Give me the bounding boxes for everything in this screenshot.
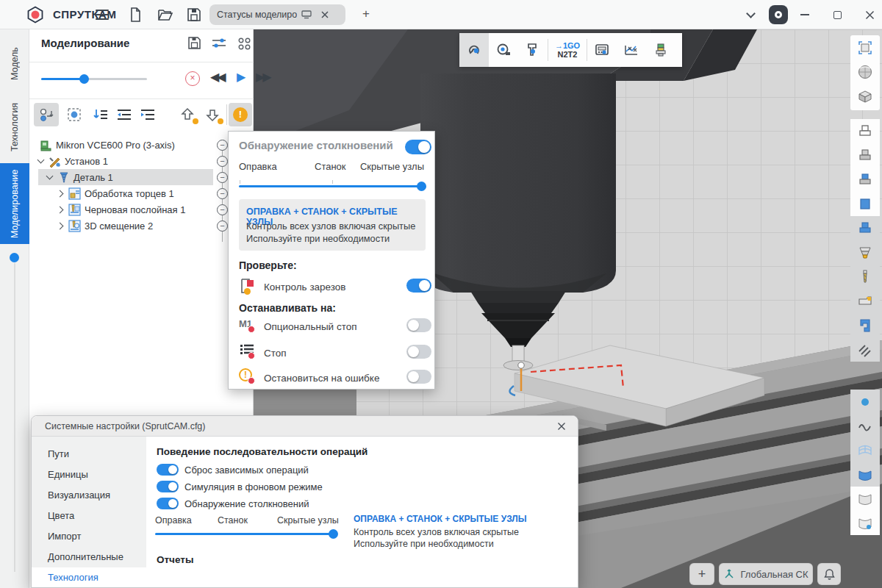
prev-warning-button[interactable] (175, 103, 200, 126)
hatch-display-button[interactable] (850, 337, 880, 362)
point-display-button[interactable] (850, 390, 880, 414)
optional-stop-toggle[interactable] (406, 318, 431, 332)
add-csys-button[interactable]: + (689, 563, 714, 585)
window-maximize-button[interactable] (828, 6, 847, 24)
part-solid-blue-button[interactable] (850, 192, 880, 216)
rail-tab-technology[interactable]: Технология (0, 93, 29, 162)
dialog-titlebar[interactable]: Системные настройки (SprutCAM.cfg) (32, 416, 578, 437)
rail-tab-simulation[interactable]: Моделирование (0, 163, 29, 244)
tree-row-op-rough[interactable]: Черновая послойная 1 (29, 201, 224, 218)
fixture-display-button[interactable] (850, 313, 880, 337)
dialog-close-icon[interactable] (557, 422, 566, 431)
workpiece-box-button[interactable] (850, 84, 880, 108)
stock-solid-button[interactable] (850, 143, 880, 168)
tool-display-button[interactable] (850, 265, 880, 289)
next-warning-button[interactable] (200, 103, 225, 126)
dlg-collision-slider[interactable] (155, 533, 337, 535)
expander-closed-icon[interactable] (57, 190, 64, 197)
nav-colors[interactable]: Цвета (32, 506, 146, 526)
holder-display-button[interactable] (850, 240, 880, 265)
surface-shaded-button[interactable] (850, 487, 880, 511)
step-back-button[interactable]: ◀◀ (210, 70, 224, 84)
nav-technology[interactable]: Технология (32, 567, 146, 588)
shaded-sphere-button[interactable] (850, 60, 880, 84)
window-menu-chevron[interactable] (741, 6, 760, 24)
machining-result-button[interactable] (850, 289, 880, 313)
collapse-list-button[interactable] (112, 103, 137, 126)
block-mode-button[interactable] (850, 216, 880, 240)
collision-slider-knob[interactable] (417, 182, 426, 191)
nav-units[interactable]: Единицы (32, 465, 146, 485)
simulation-progress-track[interactable] (14, 263, 15, 572)
collision-detection-toggle[interactable] (405, 140, 431, 154)
dots-grid-icon[interactable] (235, 35, 253, 51)
window-close-button[interactable] (860, 6, 879, 24)
rail-tab-model[interactable]: Модель (0, 38, 29, 90)
save-state-icon[interactable] (187, 35, 203, 51)
play-button[interactable]: ▶ (237, 70, 245, 84)
stop-on-error-toggle[interactable] (406, 370, 431, 384)
tree-row-op-offset[interactable]: 3D смещение 2 (29, 218, 224, 234)
mute-toggle[interactable]: − (217, 172, 228, 183)
fit-view-button[interactable] (850, 35, 880, 60)
expander-open-icon[interactable] (46, 173, 54, 180)
nav-additional[interactable]: Дополнительные (32, 547, 146, 567)
mesh-surface-button[interactable] (850, 438, 880, 462)
stop-simulation-button[interactable]: × (185, 71, 200, 86)
stock-outline-button[interactable] (850, 119, 880, 143)
surface-blue-button[interactable] (850, 462, 880, 487)
mute-toggle[interactable]: − (217, 220, 228, 232)
tab-close-icon[interactable] (320, 10, 329, 19)
open-file-button[interactable] (156, 6, 173, 24)
speed-slider-knob[interactable] (79, 74, 89, 84)
stop-toggle[interactable] (406, 345, 431, 359)
nav-paths[interactable]: Пути (32, 444, 146, 465)
expander-open-icon[interactable] (37, 157, 45, 164)
dlg-collision-slider-knob[interactable] (329, 529, 338, 539)
expand-list-button[interactable] (135, 103, 160, 126)
tool-stack-button[interactable] (646, 33, 675, 67)
curve-display-button[interactable] (850, 414, 880, 438)
gouge-toggle[interactable] (406, 279, 431, 293)
stock-part-blue-button[interactable] (850, 168, 880, 192)
notifications-button[interactable] (817, 563, 841, 585)
settings-sliders-icon[interactable] (210, 35, 228, 51)
tree-row-machine[interactable]: Mikron VCE600 Pro (3-axis) (29, 137, 224, 153)
expander-closed-icon[interactable] (57, 222, 64, 229)
save-button[interactable] (185, 6, 203, 24)
caliper-button[interactable] (518, 33, 548, 67)
surface-point-button[interactable] (850, 511, 880, 535)
expander-closed-icon[interactable] (57, 206, 64, 213)
mute-toggle[interactable]: − (217, 156, 228, 167)
document-tab[interactable]: Статусы моделиро (209, 4, 345, 25)
simulate-by-machine-button[interactable] (34, 103, 59, 126)
mute-toggle[interactable]: − (217, 140, 228, 151)
measure-tape-button[interactable] (489, 33, 518, 67)
window-minimize-button[interactable] (795, 6, 814, 24)
tree-row-setup[interactable]: Установ 1 (29, 153, 224, 169)
magnet-snap-button[interactable] (459, 33, 489, 67)
warnings-panel-button[interactable]: ! (229, 103, 252, 126)
nav-import[interactable]: Импорт (32, 526, 146, 547)
gcode-frame-button[interactable]: →1GO N2T2 (548, 41, 587, 59)
collision-level-slider[interactable] (239, 185, 426, 187)
tree-row-op-face[interactable]: Обработка торцев 1 (29, 185, 224, 201)
to-operation-list-button[interactable] (88, 103, 113, 126)
reset-dependent-toggle[interactable] (157, 464, 179, 476)
mute-toggle[interactable]: − (217, 204, 228, 215)
step-forward-button[interactable]: ▶▶ (256, 70, 270, 84)
new-tab-button[interactable]: + (358, 6, 374, 22)
select-operation-button[interactable] (62, 103, 87, 126)
tree-row-part[interactable]: Деталь 1 (29, 169, 224, 185)
control-panel-button[interactable] (587, 33, 617, 67)
nav-visualization[interactable]: Визуализация (32, 485, 146, 506)
simulation-progress-dot[interactable] (10, 253, 19, 262)
background-sim-toggle[interactable] (157, 481, 179, 492)
collision-detect-toggle[interactable] (157, 498, 179, 509)
mute-toggle[interactable]: − (217, 188, 228, 199)
graphs-button[interactable] (617, 33, 646, 67)
global-csys-button[interactable]: Глобальная СК (719, 563, 813, 585)
settings-gear-button[interactable] (769, 5, 788, 24)
main-menu-button[interactable] (96, 10, 109, 20)
new-file-button[interactable] (126, 6, 144, 24)
